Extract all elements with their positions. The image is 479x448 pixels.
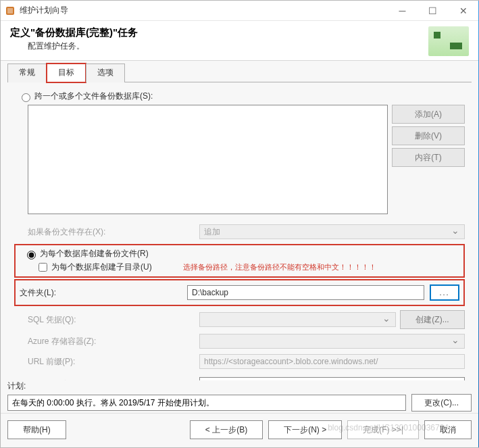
checkbox-subdir-label: 为每个数据库创建子目录(U) [51, 262, 152, 273]
tab-options[interactable]: 选项 [86, 64, 125, 82]
help-button[interactable]: 帮助(H) [7, 420, 66, 439]
plan-section-label: 计划: [7, 380, 472, 392]
change-schedule-button[interactable]: 更改(C)... [411, 394, 472, 412]
finish-button: 完成(F) >>| [347, 420, 419, 439]
url-prefix-label: URL 前缀(P): [28, 356, 199, 368]
sql-credential-label: SQL 凭据(Q): [28, 314, 199, 326]
folder-label: 文件夹(L): [20, 287, 187, 299]
tab-general-label: 常规 [19, 68, 35, 77]
titlebar: 维护计划向导 ─ ☐ ✕ [1, 1, 478, 21]
azure-container-label: Azure 存储容器(Z): [28, 336, 199, 347]
close-button[interactable]: ✕ [448, 1, 478, 21]
sql-credential-combo [199, 312, 396, 327]
url-prefix-display: https://<storageaccount>.blob.core.windo… [199, 354, 465, 369]
prev-button[interactable]: < 上一步(B) [190, 420, 263, 439]
file-ext-label: 备份文件扩展名(O): [28, 379, 199, 381]
radio-per-database[interactable] [27, 251, 36, 259]
radio-per-database-label: 为每个数据库创建备份文件(R) [40, 248, 149, 259]
folder-input[interactable] [187, 285, 424, 300]
if-file-exists-combo: 追加 [199, 224, 465, 239]
svg-rect-1 [7, 8, 13, 14]
tab-options-label: 选项 [97, 68, 114, 77]
tab-target[interactable]: 目标 [47, 64, 86, 82]
header-title: 定义"备份数据库(完整)"任务 [10, 26, 428, 39]
next-button[interactable]: 下一步(N) > [268, 420, 342, 439]
create-credential-button: 创建(Z)... [400, 310, 465, 329]
checkbox-subdir[interactable] [39, 263, 47, 272]
delete-button: 删除(V) [392, 126, 465, 145]
backup-files-list[interactable] [28, 105, 388, 214]
header-subtitle: 配置维护任务。 [28, 41, 428, 52]
path-warning-text: 选择备份路径，注意备份路径不能有空格和中文！！！！！ [183, 262, 376, 272]
tab-target-label: 目标 [58, 68, 74, 77]
header-graphic-icon [428, 26, 469, 56]
add-button[interactable]: 添加(A) [392, 105, 465, 124]
if-file-exists-label: 如果备份文件存在(X): [28, 226, 199, 238]
window-title: 维护计划向导 [20, 5, 387, 16]
plan-schedule-input[interactable] [7, 395, 406, 411]
browse-folder-button[interactable]: ... [430, 284, 459, 301]
content-button: 内容(T) [392, 148, 465, 167]
radio-multi-file-label: 跨一个或多个文件备份数据库(S): [34, 91, 153, 102]
tab-general[interactable]: 常规 [7, 64, 47, 82]
radio-multi-file[interactable] [22, 93, 30, 102]
tab-strip: 常规 目标 选项 [7, 64, 472, 82]
app-icon [5, 5, 16, 16]
azure-container-combo [199, 334, 465, 349]
cancel-button[interactable]: 取消 [424, 420, 472, 439]
file-ext-input[interactable] [199, 377, 465, 380]
wizard-header: 定义"备份数据库(完整)"任务 配置维护任务。 [1, 21, 478, 61]
minimize-button[interactable]: ─ [387, 1, 418, 21]
maximize-button[interactable]: ☐ [418, 1, 448, 21]
